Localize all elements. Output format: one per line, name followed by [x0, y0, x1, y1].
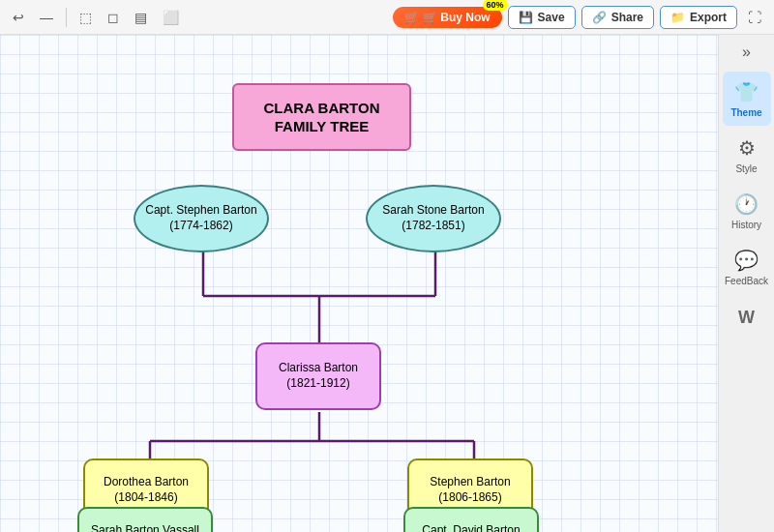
panel-item-theme[interactable]: 👕 Theme — [723, 72, 771, 126]
panel-collapse-button[interactable]: » — [731, 39, 762, 66]
toolbar-separator-1 — [66, 8, 67, 27]
export-icon: 📁 — [670, 11, 685, 24]
buy-now-button[interactable]: 🛒 🛒 Buy Now 60% — [393, 7, 502, 28]
david-text: Capt. David Barton(1808-1888) — [422, 523, 520, 532]
main-area: CLARA BARTONFAMILY TREE Capt. Stephen Ba… — [0, 35, 774, 532]
clarissa-text: Clarissa Barton (1821-1912) — [265, 361, 372, 391]
panel-item-feedback[interactable]: 💬 FeedBack — [723, 240, 771, 294]
fullscreen-button[interactable]: ⛶ — [743, 7, 766, 28]
mother-node[interactable]: Sarah Stone Barton(1782-1851) — [366, 185, 501, 252]
export-button[interactable]: 📁 Export — [660, 6, 737, 29]
share-button[interactable]: 🔗 Share — [581, 6, 654, 29]
father-node[interactable]: Capt. Stephen Barton(1774-1862) — [134, 185, 269, 252]
history-label: History — [731, 220, 761, 230]
sarah-vassall-node[interactable]: Sarah Barton Vassall(1811-1874) — [77, 507, 213, 532]
save-label: Save — [538, 11, 565, 24]
collapse-icon: » — [742, 44, 751, 61]
save-icon: 💾 — [519, 11, 533, 24]
dorothea-text: Dorothea Barton (1804-1846) — [93, 475, 199, 505]
title-text: CLARA BARTONFAMILY TREE — [264, 99, 380, 136]
shape-tool-button[interactable]: ◻ — [103, 7, 124, 28]
buy-now-label: 🛒 Buy Now — [423, 11, 491, 24]
discount-badge: 60% — [483, 0, 508, 11]
david-node[interactable]: Capt. David Barton(1808-1888) — [403, 507, 539, 532]
theme-label: Theme — [730, 107, 761, 118]
feedback-label: FeedBack — [725, 276, 768, 286]
style-icon: ⚙ — [738, 136, 756, 160]
cart-icon: 🛒 — [404, 11, 419, 24]
style-label: Style — [735, 163, 757, 174]
export-label: Export — [690, 11, 727, 24]
table-tool-button[interactable]: ▤ — [130, 7, 152, 28]
toolbar: ↩ — ⬚ ◻ ▤ ⬜ 🛒 🛒 Buy Now 60% 💾 Save 🔗 Sha… — [0, 0, 774, 35]
canvas[interactable]: CLARA BARTONFAMILY TREE Capt. Stephen Ba… — [0, 35, 718, 532]
select-tool-button[interactable]: ⬚ — [74, 7, 97, 28]
clarissa-node[interactable]: Clarissa Barton (1821-1912) — [255, 342, 381, 410]
sarah-vassall-text: Sarah Barton Vassall(1811-1874) — [91, 523, 199, 532]
history-icon: 🕐 — [734, 192, 759, 216]
father-text: Capt. Stephen Barton(1774-1862) — [145, 203, 256, 233]
share-label: Share — [611, 11, 643, 24]
feedback-icon: 💬 — [734, 249, 759, 272]
mother-text: Sarah Stone Barton(1782-1851) — [382, 203, 484, 233]
theme-icon: 👕 — [734, 80, 759, 103]
share-icon: 🔗 — [592, 11, 607, 24]
panel-item-style[interactable]: ⚙ Style — [723, 128, 771, 182]
redo-button[interactable]: — — [35, 7, 58, 28]
panel-item-history[interactable]: 🕐 History — [723, 184, 771, 238]
right-panel: » 👕 Theme ⚙ Style 🕐 History 💬 FeedBack W — [718, 35, 774, 532]
title-node[interactable]: CLARA BARTONFAMILY TREE — [232, 83, 411, 151]
save-button[interactable]: 💾 Save — [508, 6, 576, 29]
stephen-text: Stephen Barton (1806-1865) — [417, 475, 523, 505]
undo-button[interactable]: ↩ — [8, 7, 29, 28]
watermark-button[interactable]: W — [723, 300, 771, 335]
watermark-label: W — [738, 308, 755, 328]
extra-tool-button[interactable]: ⬜ — [158, 7, 184, 28]
